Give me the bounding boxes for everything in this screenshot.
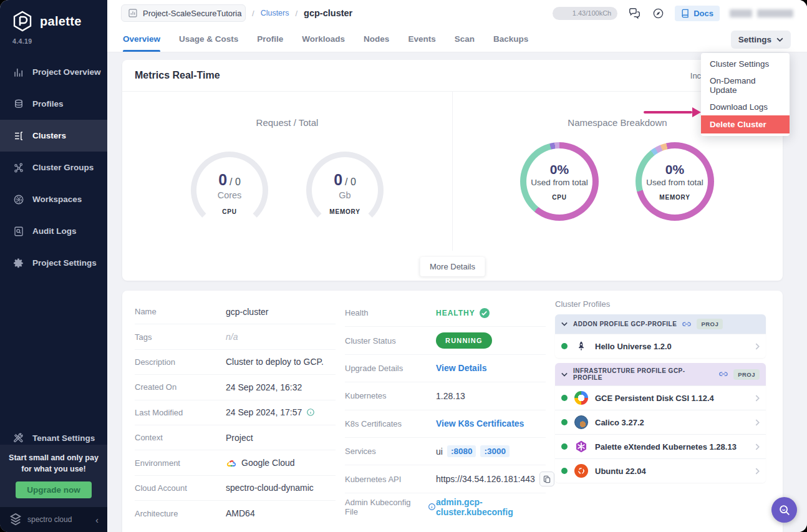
service-port-3000-link[interactable]: :3000 <box>480 445 510 457</box>
profile-item-pxk[interactable]: Palette eXtended Kubernetes 1.28.13 <box>555 434 766 458</box>
cpu-gauge: 0/ 0 Cores CPU <box>191 152 268 229</box>
sidebar-item-workspaces[interactable]: Workspaces <box>0 183 107 215</box>
cluster-profiles-title: Cluster Profiles <box>555 299 766 309</box>
brand: palette <box>0 0 107 35</box>
sidebar-item-clusters[interactable]: Clusters <box>0 120 107 152</box>
more-details-button[interactable]: More Details <box>420 257 485 276</box>
view-k8s-certificates-link[interactable]: View K8s Certificates <box>436 418 524 428</box>
memory-gauge-value: 0/ 0 <box>334 171 356 189</box>
kubeconfig-file-link[interactable]: admin.gcp-cluster.kubeconfig <box>436 497 546 517</box>
floating-search-button[interactable] <box>771 497 797 523</box>
chat-icon[interactable] <box>627 6 641 20</box>
namespace-memory-donut: 0% Used from total MEMORY <box>635 142 714 221</box>
tab-scan[interactable]: Scan <box>455 26 475 52</box>
sidebar-item-profiles[interactable]: Profiles <box>0 88 107 120</box>
detail-row-tags: Tags n/a <box>135 324 336 349</box>
gce-disk-icon <box>574 391 588 405</box>
sidebar-nav: Project Overview Profiles Clusters Clust… <box>0 56 107 279</box>
search-icon <box>778 503 791 517</box>
breadcrumb-clusters-link[interactable]: Clusters <box>261 9 289 17</box>
memory-gauge-unit: Gb <box>339 190 350 200</box>
palette-logo-icon <box>11 10 34 32</box>
memory-donut-label: MEMORY <box>659 194 690 201</box>
memory-gauge: 0/ 0 Gb MEMORY <box>306 152 384 229</box>
link-icon[interactable] <box>719 371 728 377</box>
tab-workloads[interactable]: Workloads <box>302 26 345 52</box>
sidebar-footer: spectro cloud ‹ <box>0 507 107 532</box>
network-icon <box>12 162 24 173</box>
google-cloud-icon <box>226 458 237 467</box>
sidebar-item-cluster-groups[interactable]: Cluster Groups <box>0 152 107 183</box>
book-icon <box>681 9 690 18</box>
menu-item-delete-cluster[interactable]: Delete Cluster <box>701 115 790 133</box>
spectro-cloud-logo-icon <box>9 513 22 526</box>
tab-overview[interactable]: Overview <box>123 26 160 52</box>
cluster-tabs: Overview Usage & Costs Profile Workloads… <box>107 26 807 52</box>
menu-item-download-logs[interactable]: Download Logs <box>701 99 790 115</box>
user-name-redacted[interactable] <box>730 9 793 17</box>
info-icon[interactable] <box>428 503 436 511</box>
cpu-donut-percent: 0% <box>550 162 569 177</box>
view-details-link[interactable]: View Details <box>436 363 486 373</box>
health-status: HEALTHY <box>436 309 475 317</box>
profile-item-ubuntu[interactable]: Ubuntu 22.04 <box>555 458 766 483</box>
tab-nodes[interactable]: Nodes <box>364 26 389 52</box>
details-left-column: Name gcp-cluster Tags n/a Description Cl… <box>135 299 336 526</box>
tab-backups[interactable]: Backups <box>493 26 528 52</box>
gear-icon <box>12 257 24 269</box>
sidebar-item-label: Profiles <box>32 99 64 109</box>
collapse-sidebar-icon[interactable]: ‹ <box>95 515 99 525</box>
detail-row-admin-kubeconfig: Admin Kubeconfig File admin.gcp-cluster.… <box>345 493 546 521</box>
chevron-right-icon <box>755 419 760 426</box>
sidebar-item-project-overview[interactable]: Project Overview <box>0 56 107 88</box>
service-port-8080-link[interactable]: :8080 <box>447 445 476 457</box>
upgrade-now-button[interactable]: Upgrade now <box>16 481 92 498</box>
infrastructure-profile-header[interactable]: INFRASTRUCTURE PROFILE GCP-PROFILE PROJ <box>555 363 766 385</box>
tab-events[interactable]: Events <box>408 26 435 52</box>
cpu-donut-caption: Used from total <box>531 178 588 187</box>
settings-button[interactable]: Settings <box>731 31 791 49</box>
running-status-badge: RUNNING <box>436 332 492 349</box>
detail-row-last-modified: Last Modified 24 Sep 2024, 17:57 <box>135 400 336 425</box>
details-right-column: Health HEALTHY Cluster Status RUNNING Up… <box>345 299 546 521</box>
info-icon[interactable] <box>306 408 315 417</box>
chevron-right-icon <box>755 343 760 350</box>
status-dot <box>561 395 568 401</box>
request-total-title: Request / Total <box>122 117 452 128</box>
redacted-block <box>757 9 793 17</box>
layers-icon <box>12 98 24 110</box>
tab-profile[interactable]: Profile <box>257 26 283 52</box>
profile-item-hello-universe[interactable]: Hello Universe 1.2.0 <box>555 334 766 358</box>
detail-row-kubernetes-api: Kubernetes API https://34.54.126.181:443 <box>345 465 546 493</box>
addon-profile-header[interactable]: ADDON PROFILE GCP-PROFILE PROJ <box>555 314 766 334</box>
profile-item-calico[interactable]: Calico 3.27.2 <box>555 410 766 434</box>
menu-item-on-demand-update[interactable]: On-Demand Update <box>701 72 790 99</box>
detail-row-health: Health HEALTHY <box>345 299 546 327</box>
copy-icon[interactable] <box>539 472 554 486</box>
cluster-list-icon <box>12 130 24 142</box>
sidebar-item-label: Audit Logs <box>32 226 77 236</box>
chevron-down-icon <box>776 37 783 42</box>
detail-row-cloud-account: Cloud Account spectro-cloud-dynamic <box>135 476 336 501</box>
breadcrumb-current: gcp-cluster <box>304 8 352 18</box>
compass-icon[interactable] <box>651 6 665 20</box>
sidebar-item-project-settings[interactable]: Project Settings <box>0 247 107 279</box>
sidebar-item-audit-logs[interactable]: Audit Logs <box>0 215 107 247</box>
link-icon[interactable] <box>682 321 691 327</box>
project-selector[interactable]: Project-ScaleSecureTutoria <box>121 4 246 22</box>
tab-usage-costs[interactable]: Usage & Costs <box>179 26 238 52</box>
detail-row-context: Context Project <box>135 425 336 450</box>
profile-item-gce-disk[interactable]: GCE Persistent Disk CSI 1.12.4 <box>555 385 766 410</box>
detail-row-description: Description Cluster to deploy to GCP. <box>135 350 336 375</box>
detail-row-created-on: Created On 24 Sep 2024, 16:32 <box>135 375 336 400</box>
redacted-block <box>730 9 752 17</box>
docs-button[interactable]: Docs <box>675 6 720 21</box>
menu-item-cluster-settings[interactable]: Cluster Settings <box>701 56 790 72</box>
proj-badge: PROJ <box>697 319 723 329</box>
settings-dropdown-menu: Cluster Settings On-Demand Update Downlo… <box>701 53 790 136</box>
metrics-card: Metrics Real-Time Incl Request / Total N… <box>122 60 783 281</box>
sidebar-item-label: Project Overview <box>32 67 101 77</box>
chevron-right-icon <box>755 395 760 402</box>
bar-chart-icon <box>12 66 24 78</box>
divider <box>452 91 453 251</box>
